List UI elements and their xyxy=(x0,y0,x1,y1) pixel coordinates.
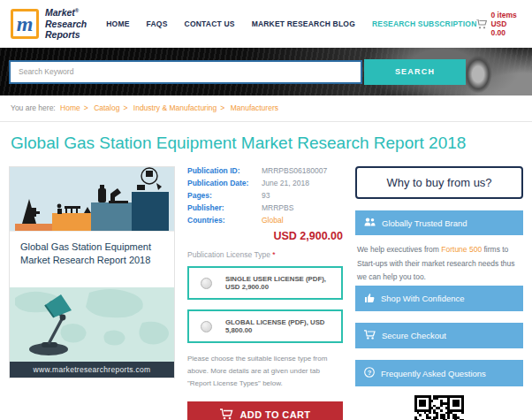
cover-title-area: Global Gas Station Equipment Market Rese… xyxy=(10,231,174,287)
license-option-label: GLOBAL LICENSE (PDF), USD 5,800.00 xyxy=(225,318,336,334)
cart-count-text: 0 items USD 0.00 xyxy=(490,11,520,37)
thumbs-up-icon xyxy=(364,293,375,304)
report-cover-column: Global Gas Station Equipment Market Rese… xyxy=(9,166,175,378)
nav-market-research-blog[interactable]: MARKET RESEARCH BLOG xyxy=(252,19,355,28)
users-icon xyxy=(364,218,376,228)
price: USD 2,900.00 xyxy=(187,230,343,242)
license-option-label: SINGLE USER LICENSE (PDF), USD 2,900.00 xyxy=(225,275,336,291)
required-asterisk: * xyxy=(272,250,275,259)
breadcrumb-separator: > xyxy=(84,103,88,112)
svg-text:?: ? xyxy=(368,369,372,377)
breadcrumb-prefix: You are here: xyxy=(11,103,56,112)
question-icon: ? xyxy=(364,367,375,379)
breadcrumb-home[interactable]: Home xyxy=(60,103,80,112)
countries-link[interactable]: Global xyxy=(262,216,284,225)
search-button[interactable]: SEARCH xyxy=(364,59,466,85)
detail-label: Publication Date: xyxy=(187,179,262,187)
detail-value: 93 xyxy=(262,191,270,200)
sidebar-item-shop-with-confidence[interactable]: Shop With Confidence xyxy=(355,286,523,311)
trusted-text-pre: We help executives from xyxy=(357,245,441,254)
breadcrumb-industry-manufacturing[interactable]: Industry & Manufacturing xyxy=(133,103,217,112)
nav-home[interactable]: HOME xyxy=(106,19,129,28)
trusted-brand-text: We help executives from Fortune 500 firm… xyxy=(355,235,523,286)
search-input[interactable] xyxy=(9,60,362,84)
sidebar-item-label: Globally Trusted Brand xyxy=(382,218,467,228)
license-note: Please choose the suitable license type … xyxy=(187,353,343,390)
logo[interactable]: m Market® Research Reports xyxy=(11,7,87,41)
cover-illustration xyxy=(10,167,174,231)
cart-icon xyxy=(220,409,233,420)
page: m Market® Research Reports HOME FAQS CON… xyxy=(0,0,532,420)
sidebar-item-globally-trusted-brand[interactable]: Globally Trusted Brand xyxy=(355,210,523,235)
license-type-label: Publication License Type * xyxy=(187,250,343,259)
detail-label: Countries: xyxy=(187,216,262,225)
license-type-label-text: Publication License Type xyxy=(187,250,272,259)
sidebar-item-label: Shop With Confidence xyxy=(381,294,465,303)
radio-button-icon[interactable] xyxy=(201,321,212,332)
qr-code-area xyxy=(355,395,523,420)
cover-title: Global Gas Station Equipment Market Rese… xyxy=(20,241,163,267)
qr-code xyxy=(414,395,464,420)
report-cover-image: Global Gas Station Equipment Market Rese… xyxy=(9,166,175,378)
registered-mark: ® xyxy=(75,8,79,13)
breadcrumb-manufacturers[interactable]: Manufacturers xyxy=(231,103,278,112)
nav-faqs[interactable]: FAQS xyxy=(147,19,168,28)
license-option-global[interactable]: GLOBAL LICENSE (PDF), USD 5,800.00 xyxy=(187,309,343,343)
detail-label: Pages: xyxy=(187,191,262,200)
breadcrumb-separator: > xyxy=(123,103,127,112)
sidebar-item-label: Secure Checkout xyxy=(382,331,446,340)
add-to-cart-button[interactable]: ADD TO CART xyxy=(187,401,343,420)
why-buy-sidebar: Why to buy from us? Globally Trusted Bra… xyxy=(355,166,523,420)
cover-map-illustration xyxy=(10,287,174,362)
detail-value: MRRPBS xyxy=(262,203,293,212)
cart-icon xyxy=(476,19,487,29)
main-content: Global Gas Station Equipment Market Rese… xyxy=(0,166,532,420)
detail-row-publisher: Publisher: MRRPBS xyxy=(187,203,343,212)
logo-line3: Reports xyxy=(45,29,87,41)
detail-row-countries: Countries: Global xyxy=(187,216,343,225)
publication-details: Publication ID: MRRPBS06180007 Publicati… xyxy=(187,166,343,420)
cover-website-bar: www.marketresearchreports.com xyxy=(10,362,174,378)
search-banner: SEARCH xyxy=(0,48,532,95)
detail-value: MRRPBS06180007 xyxy=(262,166,327,175)
license-option-single-user[interactable]: SINGLE USER LICENSE (PDF), USD 2,900.00 xyxy=(187,266,343,300)
radio-button-icon[interactable] xyxy=(201,278,212,289)
logo-monogram-icon: m xyxy=(11,9,39,39)
industry-steps-illustration xyxy=(10,167,174,231)
nav-contact-us[interactable]: CONTACT US xyxy=(185,19,235,28)
page-title: Global Gas Station Equipment Market Rese… xyxy=(0,122,532,166)
detail-row-publication-id: Publication ID: MRRPBS06180007 xyxy=(187,166,343,175)
breadcrumb-catalog[interactable]: Catalog xyxy=(94,103,119,112)
detail-value: June 21, 2018 xyxy=(262,179,309,187)
sidebar-item-faq[interactable]: ? Frequently Asked Questions xyxy=(355,360,523,386)
logo-text: Market® Research Reports xyxy=(45,7,87,41)
sidebar-item-secure-checkout[interactable]: Secure Checkout xyxy=(355,323,523,348)
logo-monogram-letter: m xyxy=(17,12,34,36)
main-nav: HOME FAQS CONTACT US MARKET RESEARCH BLO… xyxy=(106,19,476,28)
header: m Market® Research Reports HOME FAQS CON… xyxy=(0,0,532,48)
detail-row-publication-date: Publication Date: June 21, 2018 xyxy=(187,179,343,187)
breadcrumb-separator: > xyxy=(220,103,224,112)
cart-status[interactable]: 0 items USD 0.00 xyxy=(476,11,520,37)
why-buy-title: Why to buy from us? xyxy=(355,166,523,199)
sidebar-item-label: Frequently Asked Questions xyxy=(381,369,486,378)
detail-label: Publication ID: xyxy=(187,166,262,175)
fortune-500-link[interactable]: Fortune 500 xyxy=(441,245,482,254)
world-map-lamp-illustration xyxy=(10,287,174,362)
breadcrumb: You are here: Home> Catalog> Industry & … xyxy=(0,95,532,118)
cover-website-url: www.marketresearchreports.com xyxy=(34,365,151,374)
detail-row-pages: Pages: 93 xyxy=(187,191,343,200)
nav-research-subscription[interactable]: RESEARCH SUBSCRIPTION xyxy=(372,19,477,28)
logo-line2: Research xyxy=(45,19,87,30)
logo-line1: Market xyxy=(45,7,75,18)
cart-icon xyxy=(364,330,376,341)
detail-label: Publisher: xyxy=(187,203,262,212)
add-to-cart-label: ADD TO CART xyxy=(240,409,311,420)
